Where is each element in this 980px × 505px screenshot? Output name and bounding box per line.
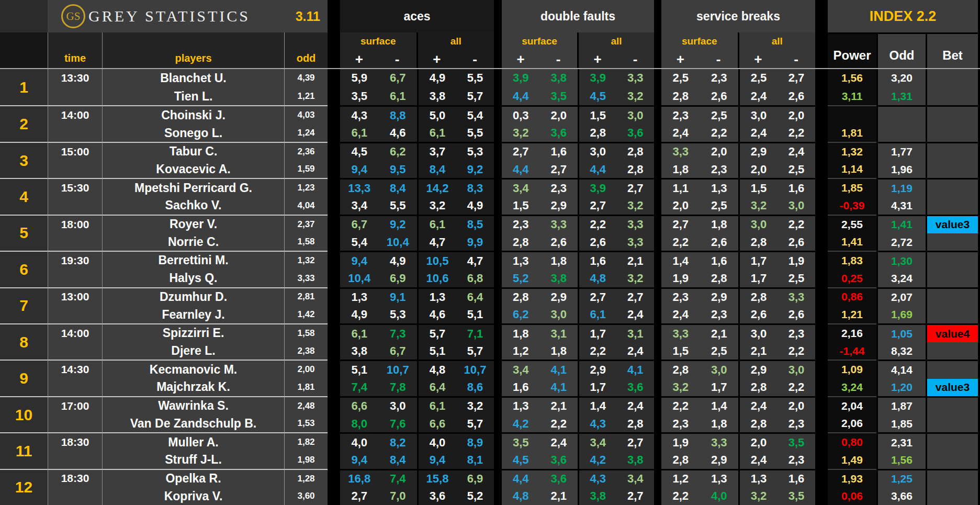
row-number-cell[interactable]: 12 [0, 469, 48, 505]
player-odd[interactable]: 1,53 [285, 415, 328, 433]
df-surface-cell[interactable]: 2,82,96,23,0 [502, 287, 578, 323]
row-number-cell[interactable]: 10 [0, 396, 48, 432]
player-odd[interactable]: 2,48 [285, 397, 328, 415]
player-name[interactable]: Fearnley J. [103, 306, 284, 323]
power-cell[interactable]: 1,85-0,39 [828, 178, 876, 214]
player-name[interactable]: Struff J-L. [103, 451, 284, 469]
player-odd[interactable]: 4,04 [285, 197, 328, 215]
time-cell[interactable]: 15:30 [48, 178, 102, 214]
row-number-cell[interactable]: 2 [0, 105, 48, 141]
df-surface-cell[interactable]: 2,71,64,42,7 [502, 142, 578, 178]
bet-cell[interactable] [926, 251, 978, 287]
sb-all-cell[interactable]: 2,03,52,42,3 [738, 432, 815, 468]
player-name[interactable]: Kecmanovic M. [103, 361, 284, 378]
bet-cell[interactable] [926, 142, 978, 178]
sb-all-cell[interactable]: 1,31,63,23,5 [738, 469, 815, 505]
df-surface-cell[interactable]: 1,83,11,21,8 [502, 323, 578, 360]
df-all-cell[interactable]: 2,94,11,73,6 [578, 360, 654, 396]
bet-cell[interactable] [926, 287, 978, 323]
player-odd[interactable]: 2,37 [285, 216, 328, 233]
index-odd-cell[interactable]: 1,871,85 [876, 396, 926, 432]
power-cell[interactable]: 2,551,41 [828, 215, 876, 251]
sb-surface-cell[interactable]: 3,32,01,82,3 [661, 142, 738, 178]
time-cell[interactable]: 14:00 [48, 105, 102, 141]
power-cell[interactable]: 1,830,25 [828, 251, 876, 287]
aces-all-cell[interactable]: 10,54,710,66,8 [417, 251, 494, 287]
player-name[interactable]: Van De Zandschulp B. [103, 415, 284, 433]
index-odd-cell[interactable]: 4,141,20 [876, 360, 926, 396]
aces-all-cell[interactable]: 3,75,38,49,2 [417, 142, 494, 178]
index-odd-cell[interactable]: 1,303,24 [876, 251, 926, 287]
row-number-cell[interactable]: 3 [0, 142, 48, 178]
time-cell[interactable]: 13:00 [48, 287, 102, 323]
player-name[interactable]: Muller A. [103, 433, 284, 451]
sb-surface-cell[interactable]: 1,93,32,82,9 [661, 432, 738, 468]
index-odd-cell[interactable]: 1,194,31 [876, 178, 926, 214]
aces-surface-cell[interactable]: 13,38,43,45,5 [340, 178, 417, 214]
player-name[interactable]: Halys Q. [103, 270, 284, 287]
aces-surface-cell[interactable]: 5,96,73,56,1 [340, 69, 417, 105]
player-name[interactable]: Sachko V. [103, 197, 284, 215]
power-cell[interactable]: 1,930,06 [828, 469, 876, 505]
time-cell[interactable]: 14:30 [48, 360, 102, 396]
aces-all-cell[interactable]: 15,86,93,65,2 [417, 469, 494, 505]
index-odd-cell[interactable]: 3,201,31 [876, 69, 926, 105]
player-name[interactable]: Tien L. [103, 87, 284, 106]
row-number-cell[interactable]: 9 [0, 360, 48, 396]
player-odd[interactable]: 1,28 [285, 470, 328, 488]
df-all-cell[interactable]: 1,62,14,83,2 [578, 251, 654, 287]
bet-badge[interactable]: value3 [927, 379, 978, 396]
aces-surface-cell[interactable]: 6,79,25,410,4 [340, 215, 417, 251]
df-surface-cell[interactable]: 2,33,32,82,6 [502, 215, 578, 251]
aces-all-cell[interactable]: 5,05,46,15,5 [417, 105, 494, 141]
aces-all-cell[interactable]: 1,36,44,65,1 [417, 287, 494, 323]
player-name[interactable]: Wawrinka S. [103, 397, 284, 415]
bet-cell[interactable] [926, 178, 978, 214]
sb-surface-cell[interactable]: 3,32,11,52,5 [661, 323, 738, 360]
aces-surface-cell[interactable]: 4,08,29,48,4 [340, 432, 417, 468]
aces-all-cell[interactable]: 4,810,76,48,6 [417, 360, 494, 396]
index-odd-cell[interactable]: 2,071,69 [876, 287, 926, 323]
bet-cell[interactable] [926, 432, 978, 468]
player-name[interactable]: Mpetshi Perricard G. [103, 179, 284, 197]
sb-surface-cell[interactable]: 1,11,32,02,5 [661, 178, 738, 214]
bet-cell[interactable]: value3 [926, 360, 978, 396]
aces-all-cell[interactable]: 6,13,26,65,7 [417, 396, 494, 432]
row-number-cell[interactable]: 11 [0, 432, 48, 468]
time-cell[interactable]: 14:00 [48, 323, 102, 360]
player-odd[interactable]: 1,59 [285, 161, 328, 178]
aces-surface-cell[interactable]: 9,44,910,46,9 [340, 251, 417, 287]
df-surface-cell[interactable]: 0,32,03,23,6 [502, 105, 578, 141]
sb-all-cell[interactable]: 3,02,22,82,6 [738, 215, 815, 251]
index-odd-cell[interactable]: 2,311,56 [876, 432, 926, 468]
player-odd[interactable]: 1,81 [285, 378, 328, 396]
player-odd[interactable]: 1,98 [285, 451, 328, 469]
player-odd[interactable]: 1,58 [285, 233, 328, 251]
player-odd[interactable]: 2,36 [285, 143, 328, 161]
time-cell[interactable]: 13:30 [48, 69, 102, 105]
bet-cell[interactable]: value3 [926, 215, 978, 251]
df-surface-cell[interactable]: 3,52,44,53,6 [502, 432, 578, 468]
player-odd[interactable]: 4,03 [285, 106, 328, 124]
sb-all-cell[interactable]: 1,71,91,72,5 [738, 251, 815, 287]
power-cell[interactable]: 1,563,11 [828, 69, 876, 105]
power-cell[interactable]: 1,81 [828, 105, 876, 141]
player-name[interactable]: Royer V. [103, 216, 284, 233]
df-all-cell[interactable]: 1,42,44,32,8 [578, 396, 654, 432]
row-number-cell[interactable]: 4 [0, 178, 48, 214]
player-name[interactable]: Kopriva V. [103, 487, 284, 505]
bet-cell[interactable] [926, 469, 978, 505]
df-surface-cell[interactable]: 3,93,84,43,5 [502, 69, 578, 105]
aces-surface-cell[interactable]: 16,87,42,77,0 [340, 469, 417, 505]
bet-badge[interactable]: value3 [927, 216, 978, 233]
sb-surface-cell[interactable]: 2,52,32,82,6 [661, 69, 738, 105]
row-number-cell[interactable]: 1 [0, 69, 48, 105]
aces-surface-cell[interactable]: 4,38,86,14,6 [340, 105, 417, 141]
df-all-cell[interactable]: 3,42,74,23,8 [578, 432, 654, 468]
df-all-cell[interactable]: 3,93,34,53,2 [578, 69, 654, 105]
aces-all-cell[interactable]: 4,08,99,48,1 [417, 432, 494, 468]
aces-all-cell[interactable]: 6,18,54,79,9 [417, 215, 494, 251]
time-cell[interactable]: 18:30 [48, 469, 102, 505]
time-cell[interactable]: 19:30 [48, 251, 102, 287]
sb-all-cell[interactable]: 3,02,02,42,2 [738, 105, 815, 141]
